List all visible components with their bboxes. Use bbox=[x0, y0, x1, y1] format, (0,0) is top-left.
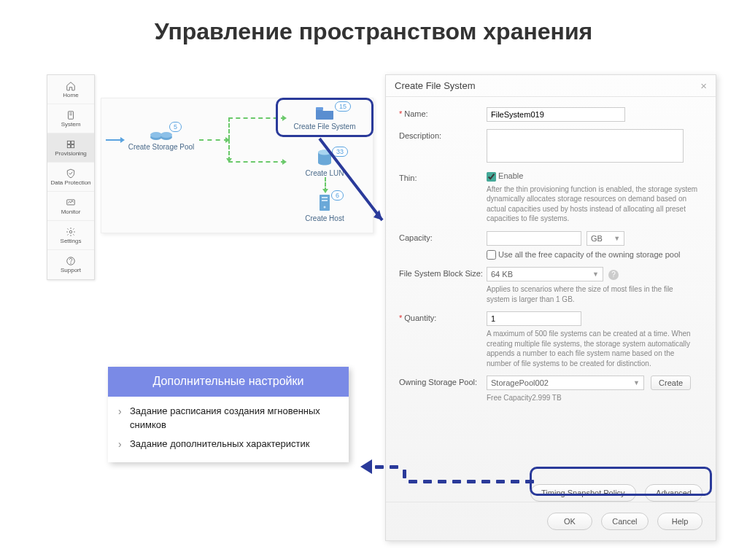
sidebar-label: System bbox=[61, 121, 81, 128]
svg-rect-5 bbox=[67, 144, 70, 147]
arrow-dash-icon bbox=[228, 139, 230, 161]
extra-item: Задание расписания создания мгновенных с… bbox=[118, 404, 338, 432]
free-capacity-text: Free Capacity2.999 TB bbox=[487, 393, 698, 403]
svg-rect-0 bbox=[69, 111, 74, 119]
highlight-footer-buttons bbox=[530, 467, 712, 496]
capacity-label: Capacity: bbox=[399, 233, 433, 242]
chevron-down-icon: ▼ bbox=[592, 271, 599, 278]
svg-point-12 bbox=[150, 132, 162, 138]
dialog-title: Create File System bbox=[395, 80, 476, 91]
quantity-note: A maximum of 500 file systems can be cre… bbox=[487, 329, 698, 368]
name-label: Name: bbox=[404, 109, 427, 118]
question-icon bbox=[66, 256, 76, 266]
thin-enable-checkbox[interactable]: Enable bbox=[487, 171, 523, 180]
help-button[interactable]: Help bbox=[657, 513, 703, 530]
arrow-dash-icon bbox=[228, 117, 230, 139]
description-label: Description: bbox=[399, 131, 441, 140]
sidebar-item-monitor[interactable]: Monitor bbox=[47, 192, 94, 221]
server-icon bbox=[66, 110, 76, 120]
chevron-down-icon: ▼ bbox=[614, 235, 620, 242]
svg-point-8 bbox=[69, 230, 72, 233]
use-all-capacity-checkbox[interactable]: Use all the free capacity of the owning … bbox=[487, 250, 681, 259]
owning-pool-select[interactable]: StoragePool002▼ bbox=[487, 376, 644, 390]
sidebar-item-settings[interactable]: Settings bbox=[47, 221, 94, 250]
extra-settings-header: Дополнительные настройки bbox=[108, 367, 349, 397]
cancel-button[interactable]: Cancel bbox=[601, 513, 648, 530]
block-size-label: File System Block Size: bbox=[399, 269, 483, 278]
dialog-header: Create File System × bbox=[386, 75, 716, 97]
page-title: Управление пространством хранения bbox=[0, 0, 747, 56]
sidebar-item-provisioning[interactable]: Provisioning bbox=[47, 133, 94, 163]
svg-rect-4 bbox=[71, 141, 74, 144]
sidebar-label: Support bbox=[61, 267, 81, 273]
quantity-label: Quantity: bbox=[404, 314, 436, 322]
wf-node-storage-pool[interactable]: Create Storage Pool 5 bbox=[125, 125, 198, 151]
create-pool-button[interactable]: Create bbox=[651, 376, 691, 390]
close-icon[interactable]: × bbox=[700, 79, 707, 92]
home-icon bbox=[66, 81, 76, 91]
sidebar-item-support[interactable]: Support bbox=[47, 250, 94, 279]
svg-point-10 bbox=[71, 263, 71, 264]
sidebar-nav: Home System Provisioning Data Protection… bbox=[47, 74, 95, 280]
gear-icon bbox=[66, 227, 76, 237]
description-textarea[interactable] bbox=[487, 129, 684, 163]
thin-label: Thin: bbox=[399, 174, 417, 182]
block-size-note: Applies to scenarios where the size of m… bbox=[487, 284, 698, 304]
chevron-down-icon: ▼ bbox=[633, 379, 640, 386]
monitor-icon bbox=[66, 198, 76, 208]
sidebar-label: Monitor bbox=[61, 209, 81, 215]
block-size-select[interactable]: 64 KB▼ bbox=[487, 267, 603, 281]
owning-pool-label: Owning Storage Pool: bbox=[399, 378, 477, 386]
svg-rect-6 bbox=[71, 144, 74, 147]
sidebar-label: Provisioning bbox=[55, 150, 87, 157]
help-icon[interactable]: ? bbox=[608, 270, 619, 280]
ok-button[interactable]: OK bbox=[547, 513, 592, 530]
sidebar-item-data-protection[interactable]: Data Protection bbox=[47, 163, 94, 192]
highlight-file-system bbox=[276, 98, 374, 137]
sidebar-item-system[interactable]: System bbox=[47, 104, 94, 133]
callout-arrow-icon bbox=[312, 136, 392, 230]
capacity-unit-select[interactable]: GB▼ bbox=[587, 231, 624, 246]
sidebar-label: Home bbox=[63, 92, 78, 98]
arrow-dash-icon bbox=[199, 139, 228, 141]
sidebar-label: Settings bbox=[61, 238, 82, 244]
callout-dashed-arrow-icon bbox=[350, 451, 540, 483]
thin-note: After the thin provisioning function is … bbox=[487, 184, 698, 224]
sidebar-label: Data Protection bbox=[50, 179, 90, 186]
extra-settings-panel: Дополнительные настройки Задание расписа… bbox=[108, 367, 349, 462]
extra-item: Задание дополнительных характеристик bbox=[118, 437, 338, 451]
capacity-input[interactable] bbox=[487, 231, 581, 246]
svg-point-14 bbox=[160, 132, 172, 138]
shield-icon bbox=[66, 168, 76, 179]
sidebar-item-home[interactable]: Home bbox=[47, 75, 94, 104]
name-input[interactable] bbox=[487, 107, 625, 122]
provisioning-icon bbox=[66, 139, 76, 149]
arrow-dash-icon bbox=[228, 161, 285, 163]
svg-rect-3 bbox=[67, 141, 70, 144]
storage-pool-icon bbox=[125, 125, 198, 141]
arrow-icon bbox=[106, 139, 123, 141]
quantity-input[interactable] bbox=[487, 311, 581, 326]
wf-badge: 5 bbox=[169, 122, 182, 132]
wf-label: Create Storage Pool bbox=[128, 143, 195, 151]
